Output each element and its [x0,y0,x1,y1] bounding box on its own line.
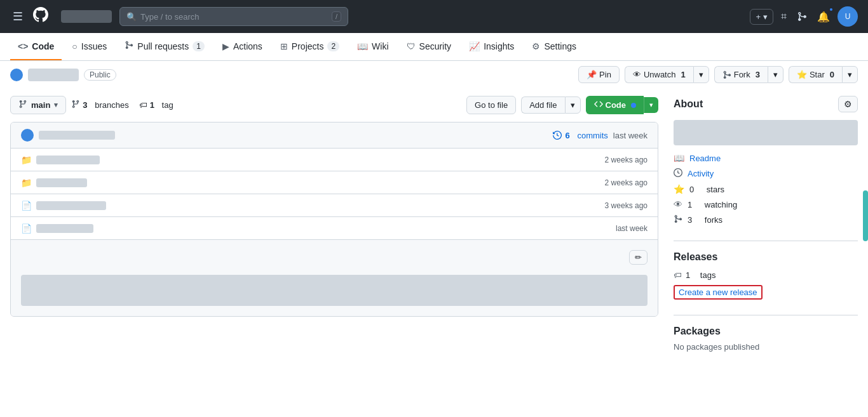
unwatch-icon: 👁 [633,70,641,79]
user-avatar[interactable]: U [837,6,858,27]
fork-group: Fork 3 ▾ [714,66,783,83]
fork-dropdown-button[interactable]: ▾ [768,66,783,83]
search-icon: 🔍 [126,12,137,22]
tab-issues[interactable]: ○ Issues [64,34,114,60]
tags-link[interactable]: 🏷 1 tag [139,100,173,110]
tab-settings[interactable]: ⚙ Settings [524,34,584,60]
unwatch-button[interactable]: 👁 Unwatch 1 [625,66,693,83]
about-settings-button[interactable]: ⚙ [838,96,858,112]
table-row: 📁 2 weeks ago [11,149,658,171]
packages-empty-text: No packages published [674,342,858,352]
terminal-icon: ⌗ [781,11,787,22]
search-bar[interactable]: 🔍 Type / to search / [119,7,348,26]
repo-meta-links: 3 branches 🏷 1 tag [71,100,173,110]
filename-placeholder[interactable] [36,156,100,164]
tab-security[interactable]: 🛡 Security [399,34,459,60]
tab-wiki[interactable]: 📖 Wiki [349,34,396,60]
releases-section: Releases 🏷 1 tags Create a new release [674,251,858,300]
notification-button[interactable]: 🔔 [815,8,832,25]
forks-item: 3 forks [674,215,858,225]
repo-navbar: <> Code ○ Issues Pull requests 1 ▶ Actio… [0,33,868,61]
pin-button[interactable]: 📌 Pin [578,66,620,83]
fork-button[interactable]: Fork 3 [714,66,768,83]
topnav-right-actions: + ▾ ⌗ 🔔 U [750,6,858,27]
github-logo[interactable] [33,7,48,26]
folder-icon: 📁 [21,178,31,188]
code-group: Code ▾ [586,96,659,114]
branches-link[interactable]: 3 branches [71,100,128,110]
tab-insights[interactable]: 📈 Insights [461,34,522,60]
add-file-button[interactable]: Add file [521,96,564,114]
pr-badge: 1 [193,41,205,51]
tab-projects[interactable]: ⊞ Projects 2 [273,34,347,60]
branch-selector[interactable]: main ▾ [10,96,66,114]
tab-code[interactable]: <> Code [10,34,62,60]
folder-icon: 📁 [21,155,31,165]
book-icon: 📖 [674,153,684,163]
branches-label: branches [95,100,128,110]
committer-avatar [21,129,34,142]
star-icon: ⭐ [797,70,807,79]
code-dropdown-button[interactable]: ▾ [644,97,658,113]
commits-link[interactable]: 6 commits [553,131,608,140]
hamburger-button[interactable]: ☰ [10,7,25,26]
table-row: 📁 2 weeks ago [11,171,658,194]
commit-time: last week [613,131,648,140]
filename-placeholder[interactable] [36,178,87,187]
stars-item: ⭐ 0 stars [674,184,858,194]
star-chevron-icon: ▾ [848,70,852,79]
star-button[interactable]: ⭐ Star 0 [789,66,842,83]
table-row: 📄 3 weeks ago [11,194,658,217]
tab-insights-label: Insights [484,41,514,51]
file-icon: 📄 [21,201,31,211]
unwatch-group: 👁 Unwatch 1 ▾ [625,66,709,83]
branch-icon [18,100,27,110]
file-browser-panel: main ▾ 3 branches 🏷 1 tag Go to file [10,96,658,352]
filename-placeholder[interactable] [36,201,106,210]
stars-icon: ⭐ [674,184,684,194]
terminal-button[interactable]: ⌗ [778,8,789,25]
unwatch-chevron-icon: ▾ [699,70,703,79]
tab-pull-requests[interactable]: Pull requests 1 [117,33,212,60]
about-header: About ⚙ [674,96,858,112]
pr-icon [125,41,133,51]
gear-icon: ⚙ [844,99,852,109]
activity-link[interactable]: Activity [688,169,714,178]
star-dropdown-button[interactable]: ▾ [842,66,858,83]
unwatch-count: 1 [681,70,685,79]
projects-icon: ⊞ [280,41,288,51]
tab-actions[interactable]: ▶ Actions [215,34,270,60]
file-browser-toolbar: main ▾ 3 branches 🏷 1 tag Go to file [10,96,658,114]
notification-dot [829,7,834,12]
branch-name: main [31,100,50,110]
tags-label: tag [162,100,173,110]
table-row: 📄 last week [11,217,658,240]
star-label: Star [810,70,825,79]
repo-header: Public 📌 Pin 👁 Unwatch 1 ▾ Fork 3 [0,61,868,86]
scrollbar-indicator[interactable] [863,190,868,241]
file-table: 6 commits last week 📁 2 weeks ago 📁 2 we… [10,122,658,317]
repo-name-placeholder [61,10,112,23]
unwatch-dropdown-button[interactable]: ▾ [693,66,709,83]
new-button[interactable]: + ▾ [750,9,773,25]
readme-link[interactable]: Readme [689,154,721,163]
code-button-label: Code [606,100,627,110]
tab-actions-label: Actions [233,41,262,51]
filename-placeholder[interactable] [36,224,93,233]
forks-count: 3 [688,215,692,225]
new-dropdown-arrow: ▾ [763,12,768,22]
toolbar-right-actions: Go to file Add file ▾ Code [466,96,658,114]
readme-row: ✏ [11,240,658,316]
code-button[interactable]: Code [586,96,644,114]
repo-owner-avatar [10,69,23,81]
edit-readme-button[interactable]: ✏ [629,250,648,265]
goto-file-button[interactable]: Go to file [466,96,516,114]
commit-meta: 6 commits last week [553,131,648,140]
pullrequest-button[interactable] [794,9,810,24]
file-time: 3 weeks ago [605,201,648,210]
create-release-link[interactable]: Create a new release [674,285,763,300]
add-file-dropdown-button[interactable]: ▾ [565,96,581,114]
search-shortcut: / [332,11,341,22]
code-icon: <> [18,41,28,51]
wiki-icon: 📖 [357,41,368,51]
